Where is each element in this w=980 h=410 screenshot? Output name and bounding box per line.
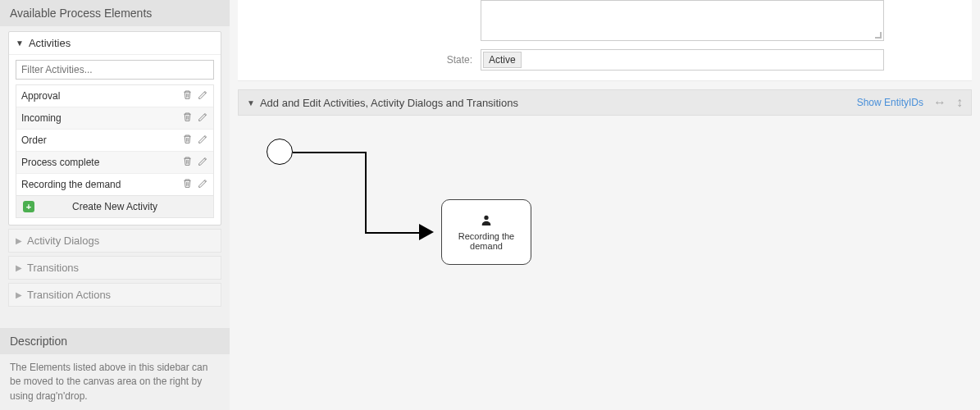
description-para1: The Elements listed above in this sideba… (10, 361, 220, 403)
list-item[interactable]: Incoming (16, 107, 213, 130)
accordion-transition-actions[interactable]: ▶ Transition Actions (8, 283, 221, 307)
accordion-activities-header[interactable]: ▼ Activities (9, 32, 221, 54)
list-item[interactable]: Order (16, 130, 213, 152)
description-title: Description (0, 328, 230, 354)
show-entity-ids-link[interactable]: Show EntityIDs (857, 97, 923, 108)
activity-name: Approval (21, 90, 60, 102)
caret-down-icon: ▼ (16, 39, 24, 48)
caret-right-icon: ▶ (16, 290, 22, 299)
panel-title: Available Process Elements (0, 0, 230, 26)
edit-icon[interactable] (198, 112, 208, 125)
expand-vertical-icon[interactable]: ↕ (956, 95, 963, 110)
edit-icon[interactable] (198, 134, 208, 147)
list-item[interactable]: Recording the demand (16, 174, 213, 195)
accordion-activity-dialogs[interactable]: ▶ Activity Dialogs (8, 229, 221, 253)
start-node[interactable] (267, 139, 293, 165)
state-label: State: (258, 54, 481, 66)
accordion-label: Transitions (27, 262, 79, 274)
accordion-activities: ▼ Activities Approval (8, 31, 221, 226)
accordion-transitions[interactable]: ▶ Transitions (8, 256, 221, 280)
process-canvas[interactable]: Recording the demand (238, 124, 972, 402)
activity-node-label: Recording the demand (447, 231, 526, 251)
plus-icon: + (23, 201, 34, 212)
editor-section-title: Add and Edit Activities, Activity Dialog… (260, 97, 518, 109)
create-activity-label: Create New Activity (72, 201, 157, 212)
accordion-label: Activity Dialogs (27, 235, 99, 247)
expand-horizontal-icon[interactable]: ↔ (933, 95, 946, 110)
filter-activities-input[interactable] (16, 60, 214, 80)
process-elements-panel: Available Process Elements ▼ Activities … (0, 0, 230, 313)
state-select[interactable]: Active (481, 49, 884, 71)
description-panel: Description The Elements listed above in… (0, 328, 230, 410)
list-item[interactable]: Approval (16, 85, 213, 107)
activity-name: Incoming (21, 112, 62, 124)
edit-icon[interactable] (198, 89, 208, 102)
activity-list: Approval Incoming (16, 84, 214, 196)
create-activity-button[interactable]: + Create New Activity (16, 196, 214, 218)
accordion-activities-label: Activities (29, 37, 71, 49)
form-block: State: Active (238, 0, 972, 81)
trash-icon[interactable] (182, 89, 193, 102)
arrowhead-icon (419, 224, 434, 240)
connector-line (365, 152, 367, 234)
activity-name: Process complete (21, 157, 99, 168)
connector-line (293, 152, 367, 153)
trash-icon[interactable] (182, 112, 193, 125)
caret-down-icon: ▼ (247, 98, 255, 107)
trash-icon[interactable] (182, 156, 193, 169)
state-value: Active (483, 52, 522, 68)
accordion-label: Transition Actions (27, 289, 111, 301)
list-item[interactable]: Process complete (16, 152, 213, 174)
edit-icon[interactable] (198, 178, 208, 191)
edit-icon[interactable] (198, 156, 208, 169)
editor-section-header[interactable]: ▼ Add and Edit Activities, Activity Dial… (238, 89, 972, 116)
trash-icon[interactable] (182, 178, 193, 191)
activity-node[interactable]: Recording the demand (441, 199, 531, 265)
activity-name: Order (21, 134, 47, 146)
description-textarea[interactable] (481, 0, 884, 41)
activity-name: Recording the demand (21, 179, 121, 190)
trash-icon[interactable] (182, 134, 193, 147)
caret-right-icon: ▶ (16, 236, 22, 245)
caret-right-icon: ▶ (16, 263, 22, 272)
resize-handle-icon[interactable] (875, 32, 883, 40)
svg-point-0 (484, 215, 488, 219)
person-icon (481, 214, 492, 228)
